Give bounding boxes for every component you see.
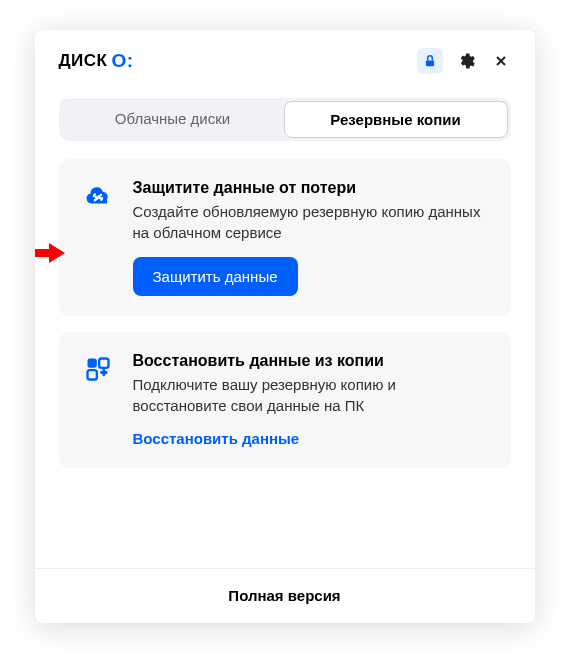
restore-card-description: Подключите вашу резервную копию и восста… (133, 374, 489, 416)
lock-button[interactable] (417, 48, 443, 74)
restore-card-title: Восстановить данные из копии (133, 352, 489, 370)
close-button[interactable] (491, 51, 511, 71)
tab-cloud-disks[interactable]: Облачные диски (62, 101, 284, 138)
footer: Полная версия (35, 568, 535, 623)
svg-rect-0 (425, 60, 433, 66)
tabs: Облачные диски Резервные копии (59, 98, 511, 141)
svg-rect-4 (87, 370, 96, 379)
protect-data-button[interactable]: Защитить данные (133, 257, 298, 296)
protect-data-card: Защитите данные от потери Создайте обнов… (59, 159, 511, 316)
restore-icon (81, 352, 115, 386)
protect-card-title: Защитите данные от потери (133, 179, 489, 197)
cloud-sync-icon (81, 179, 115, 213)
full-version-link[interactable]: Полная версия (228, 587, 340, 604)
close-icon (493, 53, 509, 69)
svg-rect-3 (99, 359, 108, 368)
restore-data-link[interactable]: Восстановить данные (133, 430, 300, 447)
svg-rect-2 (87, 359, 96, 368)
protect-card-description: Создайте обновляемую резервную копию дан… (133, 201, 489, 243)
gear-icon (457, 51, 477, 71)
logo-symbol: О: (111, 50, 133, 72)
restore-card-content: Восстановить данные из копии Подключите … (133, 352, 489, 448)
protect-card-content: Защитите данные от потери Создайте обнов… (133, 179, 489, 296)
header: ДИСК О: (35, 30, 535, 88)
header-actions (417, 48, 511, 74)
lock-icon (423, 54, 437, 68)
app-logo: ДИСК О: (59, 50, 134, 72)
restore-data-card: Восстановить данные из копии Подключите … (59, 332, 511, 468)
arrow-annotation (35, 241, 67, 265)
settings-button[interactable] (457, 51, 477, 71)
tab-backups[interactable]: Резервные копии (284, 101, 508, 138)
logo-text: ДИСК (59, 51, 108, 71)
app-window: ДИСК О: Облачные диски Р (35, 30, 535, 623)
